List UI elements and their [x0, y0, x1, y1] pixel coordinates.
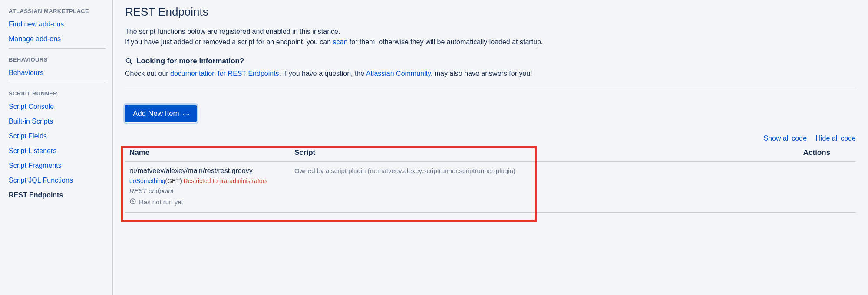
- sidebar-item-find-new-addons[interactable]: Find new add-ons: [9, 17, 106, 32]
- status-text: Has not run yet: [139, 198, 183, 206]
- col-name: Name: [125, 145, 290, 162]
- hide-all-code-link[interactable]: Hide all code: [816, 134, 856, 142]
- restricted-label: Restricted to jira-administrators: [184, 177, 268, 184]
- table-row: ru/matveev/alexey/main/rest/rest.groovy …: [125, 162, 856, 213]
- sidebar-item-manage-addons[interactable]: Manage add-ons: [9, 32, 106, 46]
- search-icon: [125, 57, 133, 65]
- sidebar-item-rest-endpoints[interactable]: REST Endpoints: [9, 188, 106, 203]
- sidebar-item-behaviours[interactable]: Behaviours: [9, 66, 106, 80]
- sidebar-item-script-fragments[interactable]: Script Fragments: [9, 158, 106, 173]
- endpoint-type: REST endpoint: [129, 187, 286, 194]
- cell-script: Owned by a script plugin (ru.matveev.ale…: [290, 162, 778, 213]
- sidebar-heading-scriptrunner: SCRIPT RUNNER: [9, 86, 106, 99]
- code-toggle-links: Show all code Hide all code: [125, 134, 856, 142]
- info-text: Check out our documentation for REST End…: [125, 70, 856, 78]
- endpoints-table: Name Script Actions ru/matveev/alexey/ma…: [125, 145, 856, 213]
- docs-link[interactable]: documentation for REST Endpoints: [170, 70, 279, 77]
- info-heading-text: Looking for more information?: [136, 57, 244, 66]
- endpoint-fn-link[interactable]: doSomething: [129, 177, 165, 184]
- endpoint-method: doSomething(GET) Restricted to jira-admi…: [129, 177, 286, 184]
- col-actions: Actions: [778, 145, 856, 162]
- sidebar-item-script-listeners[interactable]: Script Listeners: [9, 144, 106, 158]
- double-chevron-down-icon: ⌄⌄: [182, 111, 189, 116]
- endpoints-table-wrap: Name Script Actions ru/matveev/alexey/ma…: [125, 145, 856, 213]
- svg-point-0: [126, 59, 131, 63]
- cell-name: ru/matveev/alexey/main/rest/rest.groovy …: [125, 162, 290, 213]
- endpoint-status: Has not run yet: [129, 198, 286, 206]
- add-new-item-button[interactable]: Add New Item ⌄⌄: [125, 105, 197, 122]
- community-link[interactable]: Atlassian Community.: [366, 70, 433, 77]
- intro-text: The script functions below are registere…: [125, 26, 856, 47]
- sidebar: ATLASSIAN MARKETPLACE Find new add-ons M…: [0, 0, 113, 295]
- col-script: Script: [290, 145, 778, 162]
- divider: [125, 90, 856, 90]
- svg-line-1: [130, 62, 132, 64]
- sidebar-heading-behaviours: BEHAVIOURS: [9, 52, 106, 66]
- sidebar-item-script-console[interactable]: Script Console: [9, 99, 106, 114]
- endpoint-path: ru/matveev/alexey/main/rest/rest.groovy: [129, 167, 286, 175]
- info-heading: Looking for more information?: [125, 57, 856, 66]
- show-all-code-link[interactable]: Show all code: [763, 134, 807, 142]
- intro-line-2: If you have just added or removed a scri…: [125, 37, 856, 47]
- sidebar-item-builtin-scripts[interactable]: Built-in Scripts: [9, 114, 106, 129]
- clock-icon: [129, 198, 136, 206]
- sidebar-section-behaviours: BEHAVIOURS Behaviours: [9, 48, 106, 82]
- scan-link[interactable]: scan: [333, 38, 348, 46]
- sidebar-heading-marketplace: ATLASSIAN MARKETPLACE: [9, 3, 106, 17]
- sidebar-item-script-fields[interactable]: Script Fields: [9, 129, 106, 144]
- add-button-label: Add New Item: [133, 109, 179, 118]
- sidebar-section-scriptrunner: SCRIPT RUNNER Script Console Built-in Sc…: [9, 82, 106, 204]
- cell-actions: [778, 162, 856, 213]
- page-title: REST Endpoints: [125, 5, 856, 19]
- intro-line-1: The script functions below are registere…: [125, 26, 856, 37]
- sidebar-item-script-jql-functions[interactable]: Script JQL Functions: [9, 173, 106, 188]
- main-content: REST Endpoints The script functions belo…: [113, 0, 868, 295]
- sidebar-section-marketplace: ATLASSIAN MARKETPLACE Find new add-ons M…: [9, 0, 106, 48]
